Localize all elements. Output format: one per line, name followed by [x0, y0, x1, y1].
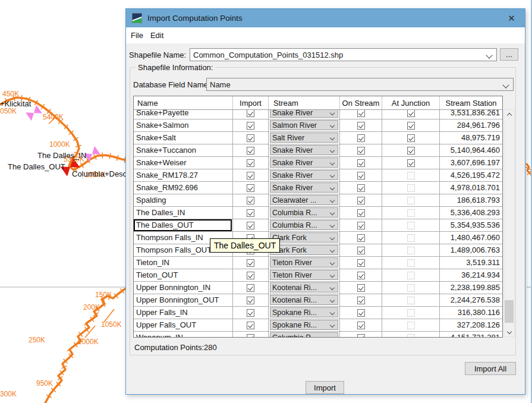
stream-station-cell[interactable]: 2,244,276.538 [440, 294, 502, 306]
stream-station-cell[interactable]: 2,238,199.885 [440, 282, 502, 294]
on-stream-cell[interactable] [340, 319, 382, 331]
stream-dropdown[interactable]: Columbia R... [270, 207, 338, 218]
at-junction-cell[interactable] [382, 232, 440, 244]
stream-station-cell[interactable]: 5,140,964.460 [440, 144, 502, 156]
on-stream-checkbox[interactable] [357, 259, 365, 267]
stream-dropdown[interactable]: Kootenai Ri... [270, 295, 338, 305]
stream-dropdown[interactable]: Snake River [270, 182, 338, 193]
at-junction-cell[interactable] [382, 257, 440, 269]
on-stream-cell[interactable] [340, 307, 382, 319]
at-junction-checkbox[interactable] [407, 234, 415, 242]
on-stream-cell[interactable] [340, 332, 382, 337]
close-button[interactable]: ✕ [498, 9, 525, 27]
on-stream-cell[interactable] [340, 157, 382, 169]
on-stream-checkbox[interactable] [357, 309, 365, 317]
on-stream-checkbox[interactable] [357, 172, 365, 180]
at-junction-cell[interactable] [382, 244, 440, 256]
on-stream-checkbox[interactable] [357, 197, 365, 204]
stream-dropdown[interactable]: Spokane Ri... [270, 307, 338, 317]
stream-station-cell[interactable]: 316,380.116 [440, 307, 502, 319]
on-stream-cell[interactable] [340, 244, 382, 256]
stream-dropdown[interactable]: Tieton River [270, 257, 338, 267]
at-junction-checkbox[interactable] [407, 122, 415, 130]
shapefile-name-combobox[interactable]: Common_Computation_Points_031512.shp [190, 48, 497, 61]
name-cell[interactable]: Snake_RM92.696 [134, 182, 233, 194]
import-checkbox[interactable] [247, 272, 254, 279]
table-scrollbar[interactable] [503, 109, 515, 337]
database-field-name-combobox[interactable]: Name [206, 78, 514, 91]
import-cell[interactable] [233, 169, 269, 181]
name-cell[interactable]: Snake_RM178.27 [134, 169, 233, 181]
name-cell[interactable]: Upper Falls_IN [134, 307, 233, 319]
import-checkbox[interactable] [247, 172, 254, 180]
browse-button[interactable]: ... [500, 48, 518, 61]
on-stream-cell[interactable] [340, 182, 382, 194]
on-stream-checkbox[interactable] [357, 334, 365, 338]
stream-dropdown[interactable]: Columbia R... [270, 220, 338, 230]
at-junction-cell[interactable] [382, 110, 440, 119]
on-stream-cell[interactable] [340, 144, 382, 156]
stream-dropdown[interactable]: Salmon River [270, 120, 338, 130]
at-junction-cell[interactable] [382, 157, 440, 169]
on-stream-cell[interactable] [340, 169, 382, 181]
stream-station-cell[interactable]: 5,354,935.536 [440, 219, 502, 231]
on-stream-checkbox[interactable] [357, 297, 365, 304]
at-junction-cell[interactable] [382, 282, 440, 294]
at-junction-cell[interactable] [382, 219, 440, 231]
at-junction-checkbox[interactable] [407, 334, 415, 338]
import-checkbox[interactable] [247, 184, 254, 192]
import-cell[interactable] [233, 110, 269, 119]
on-stream-cell[interactable] [340, 132, 382, 144]
at-junction-checkbox[interactable] [407, 272, 415, 279]
on-stream-checkbox[interactable] [357, 159, 365, 167]
import-button[interactable]: Import [306, 381, 344, 394]
import-checkbox[interactable] [247, 134, 254, 142]
import-cell[interactable] [233, 119, 269, 131]
import-cell[interactable] [233, 144, 269, 156]
menu-file[interactable]: File [127, 29, 147, 42]
import-checkbox[interactable] [247, 284, 254, 292]
at-junction-cell[interactable] [382, 119, 440, 131]
at-junction-checkbox[interactable] [407, 159, 415, 167]
column-header-on-stream[interactable]: On Stream [340, 96, 382, 109]
at-junction-cell[interactable] [382, 144, 440, 156]
import-checkbox[interactable] [247, 297, 254, 304]
import-cell[interactable] [233, 219, 269, 231]
stream-dropdown[interactable]: Kootenai Ri... [270, 282, 338, 292]
stream-dropdown[interactable]: Snake River [270, 110, 338, 118]
on-stream-cell[interactable] [340, 257, 382, 269]
name-cell[interactable]: Snake+Salmon [134, 119, 233, 131]
import-cell[interactable] [233, 269, 269, 281]
import-all-button[interactable]: Import All [465, 362, 516, 375]
import-checkbox[interactable] [247, 309, 254, 317]
stream-dropdown[interactable]: Salt River [270, 133, 338, 143]
on-stream-checkbox[interactable] [357, 322, 365, 329]
column-header-import[interactable]: Import [233, 96, 269, 109]
on-stream-cell[interactable] [340, 294, 382, 306]
stream-station-cell[interactable]: 3,607,696.197 [440, 157, 502, 169]
stream-station-cell[interactable]: 4,151,721.281 [440, 332, 502, 337]
import-checkbox[interactable] [247, 147, 254, 155]
on-stream-checkbox[interactable] [357, 147, 365, 155]
stream-station-cell[interactable]: 4,978,018.701 [440, 182, 502, 194]
on-stream-cell[interactable] [340, 269, 382, 281]
scrollbar-thumb[interactable] [505, 300, 514, 323]
name-cell[interactable]: Snake+Payette [134, 110, 233, 119]
import-cell[interactable] [233, 194, 269, 206]
name-cell[interactable]: Snake+Tuccanon [134, 144, 233, 156]
at-junction-checkbox[interactable] [407, 297, 415, 304]
at-junction-cell[interactable] [382, 182, 440, 194]
on-stream-checkbox[interactable] [357, 110, 365, 117]
name-cell[interactable]: Spalding [134, 194, 233, 206]
at-junction-cell[interactable] [382, 319, 440, 331]
stream-dropdown[interactable]: Snake River [270, 145, 338, 155]
at-junction-cell[interactable] [382, 207, 440, 219]
stream-dropdown[interactable]: Columbia R... [270, 332, 338, 337]
at-junction-checkbox[interactable] [407, 284, 415, 292]
stream-station-cell[interactable]: 327,208.126 [440, 319, 502, 331]
at-junction-checkbox[interactable] [407, 222, 415, 229]
name-cell[interactable]: Upper Bonnington_IN [134, 282, 233, 294]
on-stream-cell[interactable] [340, 207, 382, 219]
menu-edit[interactable]: Edit [147, 29, 167, 42]
at-junction-cell[interactable] [382, 269, 440, 281]
